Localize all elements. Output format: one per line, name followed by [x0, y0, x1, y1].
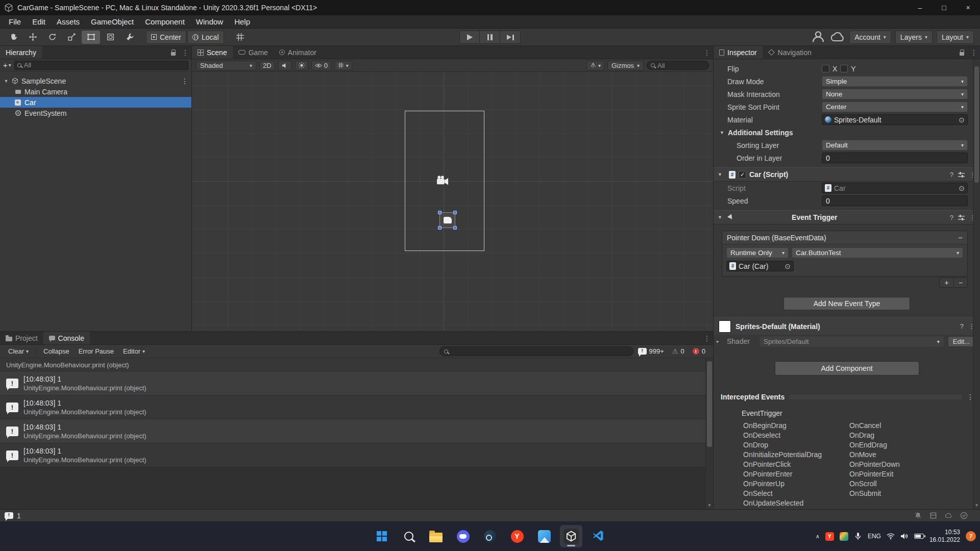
tab-project[interactable]: Project [0, 332, 43, 344]
menu-edit[interactable]: Edit [27, 15, 51, 28]
remove-event-button[interactable]: − [958, 233, 963, 242]
step-button[interactable] [500, 31, 521, 44]
rect-handle[interactable] [438, 211, 442, 214]
rotate-tool-button[interactable] [43, 31, 61, 44]
scale-tool-button[interactable] [62, 31, 81, 44]
package-icon[interactable] [929, 512, 937, 519]
lock-icon[interactable] [955, 46, 968, 59]
tool-settings-button[interactable]: ▾ [586, 61, 604, 70]
yandex-tray-icon[interactable]: Y [825, 532, 834, 541]
cloud-button[interactable] [830, 31, 845, 44]
hidden-objects-button[interactable]: 0 [311, 61, 331, 70]
microphone-tray-icon[interactable] [854, 532, 862, 540]
draw-mode-dropdown[interactable]: Simple ▾ [822, 76, 968, 87]
transform-tool-button[interactable] [101, 31, 119, 44]
additional-settings-foldout[interactable]: ▼ Additional Settings [714, 126, 980, 139]
taskbar-clock[interactable]: 10:53 16.01.2022 [929, 529, 960, 544]
rect-handle[interactable] [453, 226, 457, 230]
component-enabled-checkbox[interactable]: ✓ [739, 171, 746, 179]
scroll-down-icon[interactable]: ▾ [706, 503, 713, 508]
lighting-toggle-button[interactable] [295, 61, 308, 70]
file-explorer-button[interactable] [425, 525, 447, 547]
add-component-button[interactable]: Add Component [775, 361, 919, 375]
console-entry[interactable]: ! [10:48:03] 1 UnityEngine.MonoBehaviour… [0, 371, 705, 395]
remove-callback-button[interactable]: − [953, 278, 967, 287]
tab-hierarchy[interactable]: Hierarchy [0, 46, 42, 59]
rect-tool-button[interactable] [82, 31, 100, 44]
flip-x-checkbox[interactable] [822, 65, 829, 72]
kebab-menu-icon[interactable]: ⋮ [701, 332, 713, 344]
sorting-layer-dropdown[interactable]: Default ▾ [822, 140, 968, 151]
mute-bell-icon[interactable] [914, 512, 922, 519]
car-script-header[interactable]: ▼ # ✓ Car (Script) ? ⋮ [714, 167, 980, 182]
hierarchy-row-eventsystem[interactable]: EventSystem [0, 108, 191, 118]
hierarchy-search-input[interactable]: All [14, 61, 188, 70]
tab-inspector[interactable]: Inspector [714, 46, 763, 59]
layers-dropdown[interactable]: Layers ▾ [895, 31, 933, 44]
play-button[interactable] [459, 31, 480, 44]
script-object-field[interactable]: # Car ⊙ [822, 183, 968, 193]
kebab-menu-icon[interactable]: ⋮ [181, 77, 188, 85]
taskbar-search-button[interactable] [398, 525, 420, 547]
material-preview-header[interactable]: Sprites-Default (Material) ? ⋮ [714, 317, 980, 335]
error-count-toggle[interactable]: ! 0 [689, 347, 709, 355]
2d-toggle-button[interactable]: 2D [259, 61, 275, 70]
battery-icon[interactable] [914, 534, 924, 539]
menu-component[interactable]: Component [139, 15, 190, 28]
audio-toggle-button[interactable] [278, 61, 292, 70]
tab-console[interactable]: Console [43, 332, 90, 344]
log-count-toggle[interactable]: ! 999+ [634, 347, 668, 355]
object-picker-icon[interactable]: ⊙ [959, 184, 965, 192]
discord-button[interactable] [452, 525, 474, 547]
collab-button[interactable] [811, 31, 826, 44]
camera-gizmo-icon[interactable] [437, 176, 451, 186]
grid-visibility-dropdown[interactable]: ▾ [334, 61, 352, 70]
speed-input[interactable]: 0 [822, 195, 968, 206]
steam-button[interactable] [479, 525, 501, 547]
unity-app-button[interactable] [560, 525, 582, 547]
console-entry[interactable]: ! [10:48:03] 1 UnityEngine.MonoBehaviour… [0, 419, 705, 443]
language-indicator[interactable]: ENG [868, 533, 881, 540]
console-entry[interactable]: ! [10:48:03] 1 UnityEngine.MonoBehaviour… [0, 395, 705, 419]
custom-tool-button[interactable] [120, 31, 139, 44]
account-dropdown[interactable]: Account ▾ [849, 31, 891, 44]
menu-gameobject[interactable]: GameObject [85, 15, 139, 28]
console-entry[interactable]: ! [10:48:03] 1 UnityEngine.MonoBehaviour… [0, 443, 705, 467]
grid-snap-button[interactable] [231, 31, 250, 44]
photos-app-button[interactable] [533, 525, 555, 547]
rect-handle[interactable] [438, 226, 442, 230]
statusbar-message[interactable]: ! 1 [0, 512, 21, 520]
kebab-menu-icon[interactable]: ⋮ [179, 46, 191, 59]
orientation-toggle-button[interactable]: Local [187, 31, 224, 44]
help-icon[interactable]: ? [960, 322, 964, 330]
error-pause-button[interactable]: Error Pause [75, 346, 118, 357]
console-scrollbar[interactable]: ▾ [705, 358, 713, 509]
menu-help[interactable]: Help [229, 15, 256, 28]
tab-game[interactable]: Game [233, 46, 274, 59]
foldout-icon[interactable]: ▼ [718, 172, 726, 177]
help-icon[interactable]: ? [950, 214, 953, 221]
move-tool-button[interactable] [23, 31, 42, 44]
warning-count-toggle[interactable]: ⚠ 0 [669, 347, 688, 355]
mask-interaction-dropdown[interactable]: None ▾ [822, 89, 968, 99]
callback-target-field[interactable]: # Car (Car) ⊙ [726, 261, 794, 271]
shader-dropdown[interactable]: Sprites/Default ▾ [760, 336, 944, 347]
gizmos-dropdown[interactable]: Gizmos ▾ [607, 61, 644, 70]
rect-handle[interactable] [453, 211, 457, 214]
create-object-button[interactable]: + ▾ [3, 61, 11, 69]
hierarchy-row-car[interactable]: Car [0, 97, 191, 108]
pause-button[interactable] [480, 31, 500, 44]
start-button[interactable] [371, 525, 393, 547]
sprite-sort-point-dropdown[interactable]: Center ▾ [822, 102, 968, 112]
pivot-toggle-button[interactable]: Center [146, 31, 186, 44]
maximize-button[interactable]: □ [932, 0, 956, 15]
progress-check-icon[interactable] [960, 512, 968, 519]
scrollbar-thumb[interactable] [974, 66, 979, 183]
scene-search-input[interactable]: All [647, 61, 709, 70]
object-picker-icon[interactable]: ⊙ [785, 262, 791, 270]
object-picker-icon[interactable]: ⊙ [959, 116, 965, 124]
tab-animator[interactable]: Animator [274, 46, 322, 59]
tray-chevron-up[interactable]: ∧ [816, 533, 820, 540]
runtime-mode-dropdown[interactable]: Runtime Only ▾ [726, 247, 789, 258]
hand-tool-button[interactable] [4, 31, 22, 44]
